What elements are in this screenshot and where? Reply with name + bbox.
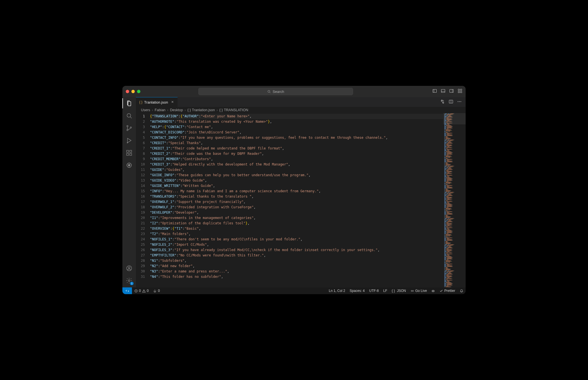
language-mode[interactable]: { } JSON [389, 287, 408, 294]
app-window: Search [122, 86, 466, 294]
run-debug-icon[interactable] [126, 137, 133, 144]
svg-point-9 [127, 126, 128, 127]
breadcrumb-item[interactable]: Users [141, 108, 150, 112]
maximize-window-button[interactable] [137, 90, 140, 93]
search-input[interactable]: Search [198, 88, 353, 95]
svg-point-27 [461, 101, 461, 102]
toggle-panel-icon[interactable] [441, 89, 445, 94]
go-live-button[interactable]: Go Live [408, 287, 429, 294]
close-tab-icon[interactable] [171, 100, 174, 104]
tab-actions: ab [440, 97, 466, 107]
svg-point-26 [459, 101, 460, 102]
minimize-window-button[interactable] [131, 90, 135, 93]
json-icon: { } [139, 100, 142, 104]
search-icon[interactable] [126, 112, 133, 119]
svg-rect-16 [130, 150, 132, 152]
traffic-lights [126, 90, 140, 93]
line-gutter: 1234567891011121314151617181920212223242… [136, 113, 150, 287]
editor-area: 1234567891011121314151617181920212223242… [136, 113, 466, 287]
explorer-icon[interactable] [126, 100, 133, 107]
titlebar-right-controls [432, 89, 462, 94]
diff-icon[interactable]: ab [440, 99, 445, 105]
tab-filename: Tranlation.json [144, 100, 168, 104]
minimap-viewport[interactable] [443, 113, 466, 124]
main-area: 1 { } Tranlation.json ab [122, 97, 466, 287]
toggle-primary-sidebar-icon[interactable] [432, 89, 437, 94]
customize-layout-icon[interactable] [458, 89, 462, 94]
json-icon: { } [187, 108, 191, 112]
port-count: 0 [158, 289, 160, 293]
remote-button[interactable] [122, 287, 132, 294]
json-icon: { } [219, 108, 223, 112]
copilot-icon[interactable] [429, 287, 437, 294]
svg-point-18 [128, 164, 130, 166]
chevron-right-icon: › [167, 108, 168, 112]
svg-rect-1 [433, 90, 437, 93]
breadcrumb-item[interactable]: Tranlation.json [192, 108, 215, 112]
breadcrumbs[interactable]: Users › Fabian › Desktop › { } Tranlatio… [136, 107, 466, 113]
breadcrumb-item[interactable]: Fabian [155, 108, 165, 112]
svg-rect-14 [127, 153, 129, 155]
status-bar: 0 0 0 Ln 1, Col 2 Spaces: 4 UTF-8 LF { }… [122, 287, 466, 294]
svg-point-29 [412, 290, 413, 291]
nav-arrows [188, 89, 193, 94]
cursor-position[interactable]: Ln 1, Col 2 [327, 287, 347, 294]
svg-rect-13 [127, 150, 129, 152]
svg-rect-6 [458, 91, 460, 93]
svg-point-21 [128, 280, 130, 281]
toggle-secondary-sidebar-icon[interactable] [449, 89, 454, 94]
ports-status[interactable]: 0 [151, 287, 162, 294]
target-icon[interactable] [126, 162, 133, 169]
svg-point-32 [434, 291, 434, 291]
encoding-status[interactable]: UTF-8 [367, 287, 381, 294]
tab-bar: { } Tranlation.json ab [136, 97, 466, 107]
indentation-status[interactable]: Spaces: 4 [347, 287, 367, 294]
svg-point-31 [432, 291, 433, 291]
accounts-icon[interactable] [126, 265, 133, 272]
search-placeholder: Search [273, 90, 284, 94]
editor-column: { } Tranlation.json ab Users › Fabian › … [136, 97, 466, 287]
svg-point-11 [130, 127, 132, 128]
editor-tab[interactable]: { } Tranlation.json [136, 97, 178, 107]
chevron-right-icon: › [217, 108, 218, 112]
settings-gear-icon[interactable]: 1 [126, 277, 133, 284]
svg-rect-3 [450, 90, 454, 93]
breadcrumb-item[interactable]: TRANSLATION [224, 108, 248, 112]
problems-status[interactable]: 0 0 [132, 287, 151, 294]
title-bar: Search [122, 86, 466, 97]
chevron-right-icon: › [152, 108, 153, 112]
svg-point-0 [268, 90, 270, 92]
svg-rect-5 [461, 89, 462, 91]
settings-badge: 1 [130, 282, 134, 285]
svg-point-20 [128, 267, 130, 269]
svg-point-12 [127, 142, 128, 143]
svg-rect-15 [130, 153, 132, 155]
eol-status[interactable]: LF [381, 287, 389, 294]
notifications-icon[interactable] [457, 287, 466, 294]
svg-rect-2 [441, 90, 445, 93]
code-editor[interactable]: {"TRANSLATION":{"AUTHOR":"<Enter your Na… [150, 113, 443, 287]
chevron-right-icon: › [185, 108, 186, 112]
svg-point-25 [458, 101, 458, 102]
warning-count: 0 [147, 289, 149, 293]
svg-text:b: b [443, 100, 444, 101]
activity-bar: 1 [122, 97, 136, 287]
extensions-icon[interactable] [126, 149, 133, 156]
svg-rect-7 [461, 91, 462, 93]
close-window-button[interactable] [126, 90, 129, 93]
svg-point-8 [127, 114, 131, 117]
prettier-status[interactable]: Prettier [437, 287, 457, 294]
source-control-icon[interactable] [126, 125, 133, 131]
svg-point-10 [127, 129, 128, 131]
split-editor-icon[interactable] [449, 99, 453, 105]
error-count: 0 [139, 289, 141, 293]
breadcrumb-item[interactable]: Desktop [170, 108, 183, 112]
svg-text:a: a [441, 100, 442, 102]
more-actions-icon[interactable] [457, 99, 462, 105]
svg-rect-4 [458, 89, 460, 91]
minimap[interactable] [443, 113, 466, 287]
